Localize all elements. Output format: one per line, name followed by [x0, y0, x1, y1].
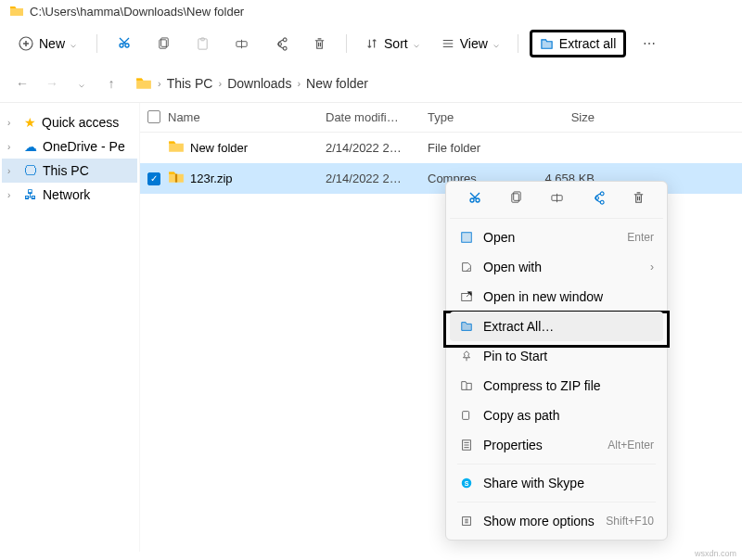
share-button[interactable] [591, 191, 605, 209]
ctx-pin-to-start[interactable]: Pin to Start [450, 341, 663, 371]
sort-icon [365, 37, 378, 50]
svg-rect-10 [462, 233, 472, 243]
new-window-icon [459, 290, 474, 303]
paste-button[interactable] [186, 28, 218, 59]
trash-icon [632, 191, 646, 205]
column-date[interactable]: Date modifi… [326, 110, 428, 124]
row-checkbox[interactable]: ✓ [147, 172, 160, 185]
back-button[interactable]: ← [9, 70, 35, 96]
sidebar: › ★ Quick access › ☁ OneDrive - Pe › 🖵 T… [0, 103, 139, 552]
chevron-down-icon: ⌵ [70, 39, 76, 49]
copy-button[interactable] [509, 191, 523, 209]
copy-icon [157, 37, 171, 51]
chevron-right-icon: › [158, 78, 161, 89]
open-icon [459, 231, 474, 244]
title-bar: C:\Users\hamma\Downloads\New folder [0, 0, 742, 22]
sidebar-item-onedrive[interactable]: › ☁ OneDrive - Pe [2, 134, 137, 159]
skype-icon: S [459, 477, 474, 490]
rename-icon [550, 191, 564, 205]
ctx-open[interactable]: Open Enter [450, 223, 663, 252]
chevron-right-icon: › [7, 190, 19, 200]
breadcrumb-item[interactable]: New folder [306, 76, 368, 91]
recent-button[interactable]: ⌵ [69, 70, 95, 96]
copy-icon [509, 191, 523, 205]
cloud-icon: ☁ [24, 139, 37, 154]
breadcrumb-item[interactable]: Downloads [227, 76, 291, 91]
sidebar-item-quick-access[interactable]: › ★ Quick access [2, 110, 137, 134]
context-menu-toolbar [450, 185, 663, 219]
chevron-right-icon: › [7, 142, 19, 152]
trash-icon [313, 37, 326, 51]
delete-button[interactable] [632, 191, 646, 209]
ctx-extract-all[interactable]: Extract All… [450, 312, 663, 341]
monitor-icon: 🖵 [24, 163, 37, 178]
extract-icon [459, 320, 474, 333]
open-with-icon [459, 261, 474, 274]
column-headers: Name Date modifi… Type Size [140, 103, 742, 133]
forward-button[interactable]: → [39, 70, 65, 96]
nav-bar: ← → ⌵ ↑ › This PC › Downloads › New fold… [0, 65, 742, 103]
share-icon [274, 37, 288, 51]
breadcrumb-item[interactable]: This PC [167, 76, 213, 91]
svg-text:S: S [465, 480, 469, 487]
chevron-down-icon: ⌵ [493, 39, 499, 49]
svg-rect-13 [463, 412, 469, 420]
select-all-checkbox[interactable] [147, 110, 160, 123]
share-icon [591, 191, 605, 205]
zip-icon [168, 169, 185, 188]
plus-circle-icon [19, 36, 33, 51]
chevron-right-icon: › [650, 261, 654, 274]
svg-rect-12 [462, 294, 472, 301]
ctx-compress[interactable]: Compress to ZIP file [450, 371, 663, 401]
folder-icon [168, 138, 185, 158]
svg-rect-6 [175, 174, 177, 183]
sidebar-item-network[interactable]: › 🖧 Network [2, 183, 137, 207]
copy-path-icon [459, 409, 474, 422]
column-size[interactable]: Size [520, 110, 604, 124]
paste-icon [196, 37, 210, 51]
sort-button[interactable]: Sort ⌵ [358, 31, 427, 57]
more-button[interactable]: ⋯ [633, 28, 665, 59]
view-icon [441, 37, 454, 50]
ctx-share-skype[interactable]: S Share with Skype [450, 468, 663, 498]
ctx-open-with[interactable]: Open with › [450, 252, 663, 282]
extract-all-toolbar-button[interactable]: Extract all [530, 30, 626, 57]
scissors-icon [467, 191, 482, 206]
cut-button[interactable] [109, 28, 140, 59]
zip-icon [459, 379, 474, 392]
ctx-properties[interactable]: Properties Alt+Enter [450, 430, 663, 460]
chevron-right-icon: › [297, 78, 301, 89]
ctx-show-more[interactable]: Show more options Shift+F10 [450, 506, 663, 536]
scissors-icon [117, 36, 132, 51]
ctx-open-new-window[interactable]: Open in new window [450, 282, 663, 312]
new-button[interactable]: New ⌵ [9, 31, 85, 57]
up-button[interactable]: ↑ [98, 70, 124, 96]
properties-icon [459, 439, 474, 452]
ctx-copy-path[interactable]: Copy as path [450, 401, 663, 430]
rename-button[interactable] [225, 28, 257, 59]
context-menu: Open Enter Open with › Open in new windo… [445, 181, 668, 541]
folder-icon [9, 4, 24, 19]
extract-icon [540, 37, 554, 51]
toolbar: New ⌵ Sort ⌵ View ⌵ Extract all ⋯ [0, 22, 742, 65]
sidebar-item-this-pc[interactable]: › 🖵 This PC [2, 159, 137, 183]
folder-icon [135, 75, 152, 92]
copy-button[interactable] [147, 28, 179, 59]
file-row[interactable]: New folder 2/14/2022 2… File folder [140, 133, 742, 163]
rename-icon [235, 37, 249, 51]
cut-button[interactable] [467, 191, 482, 209]
chevron-right-icon: › [7, 118, 19, 128]
network-icon: 🖧 [24, 187, 37, 202]
chevron-right-icon: › [7, 166, 19, 176]
rename-button[interactable] [550, 191, 564, 209]
chevron-right-icon: › [218, 78, 222, 89]
star-icon: ★ [24, 115, 36, 130]
view-button[interactable]: View ⌵ [434, 31, 506, 57]
delete-button[interactable] [303, 28, 335, 59]
column-name[interactable]: Name [168, 110, 326, 124]
share-button[interactable] [264, 28, 296, 59]
pin-icon [459, 350, 474, 363]
more-icon [459, 515, 474, 528]
window-title-path: C:\Users\hamma\Downloads\New folder [30, 5, 244, 19]
column-type[interactable]: Type [428, 110, 520, 124]
